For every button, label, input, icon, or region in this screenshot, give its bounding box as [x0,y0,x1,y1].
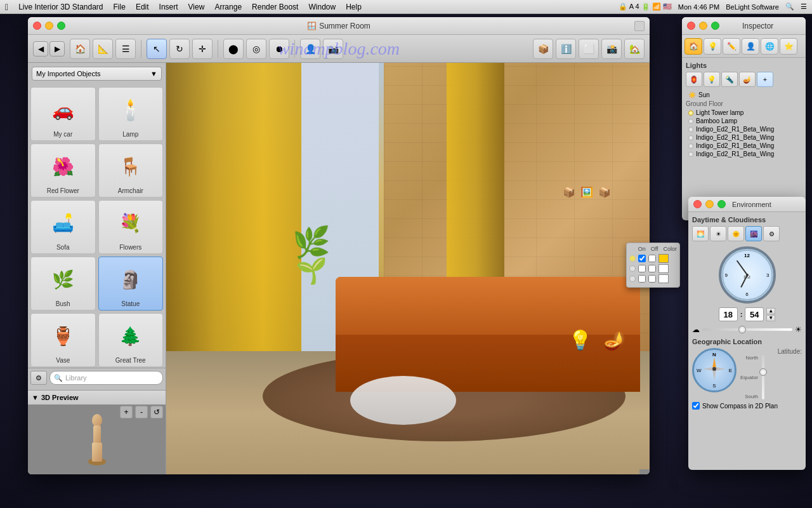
lp-on-check-2[interactable] [638,265,646,272]
light-indigo-3[interactable]: Indigo_Ed2_R1_Beta_Wing [686,142,802,150]
env-min[interactable] [705,200,714,208]
home-btn[interactable]: 🏡 [624,39,645,59]
app-name-menu[interactable]: Live Interior 3D Standard [18,3,103,11]
camera2-btn[interactable]: 📸 [601,39,622,59]
insp-edit-btn[interactable]: ✏️ [723,38,740,55]
minimize-button[interactable] [45,22,53,30]
3d-view-btn[interactable]: 📐 [93,39,113,59]
env-evening-btn[interactable]: 🌆 [745,226,762,241]
time-up-btn[interactable]: ▲ [766,308,775,314]
object-armchair[interactable]: 🪑 Armchair [98,144,164,197]
object-statue[interactable]: 🗿 Statue [98,257,164,311]
help-menu[interactable]: Help [346,3,362,11]
lp-on-check-3[interactable] [638,275,646,283]
lp-color-1[interactable] [658,254,669,263]
person-tool[interactable]: 👤 [300,39,320,59]
env-auto-btn[interactable]: ⚙ [763,226,780,241]
brightness-slider[interactable] [702,328,792,331]
compass[interactable]: N S E W [692,348,737,392]
library-dropdown[interactable]: My Imported Objects ▼ [32,67,162,81]
object-btn[interactable]: 📦 [533,39,553,59]
brightness-thumb[interactable] [738,326,746,333]
move-tool[interactable]: ✛ [192,39,213,59]
settings-btn[interactable]: ⚙ [30,371,47,385]
inspector-close[interactable] [687,22,695,30]
light-tube-btn[interactable]: 💡 [704,72,720,87]
maximize-button[interactable] [57,22,65,30]
object-flowers[interactable]: 💐 Flowers [98,200,164,254]
light-bamboo-lamp[interactable]: Bamboo Lamp [686,117,802,125]
scene-area[interactable]: 🌿 🌱 💡 🪔 📦🖼️📦 [166,63,650,474]
target-tool[interactable]: ◎ [246,39,266,59]
light-spot-btn[interactable]: 🔦 [721,72,738,87]
lp-on-check-1[interactable] [638,255,646,262]
circle-tool[interactable]: ⬤ [223,39,244,59]
zoom-in-btn[interactable]: + [120,406,133,418]
time-minutes-input[interactable] [745,307,764,321]
arrange-menu[interactable]: Arrange [214,3,242,11]
object-great-tree[interactable]: 🌲 Great Tree [98,313,164,367]
insp-home-btn[interactable]: 🏠 [684,38,702,55]
edit-menu[interactable]: Edit [136,3,149,11]
window-menu[interactable]: Window [308,3,336,11]
render-menu[interactable]: Render Boost [252,3,298,11]
view-menu[interactable]: View [188,3,205,11]
env-close[interactable] [693,200,702,208]
window-resize-btn[interactable] [634,21,645,31]
object-lamp[interactable]: 🕯️ Lamp [98,87,164,141]
light-indigo-1[interactable]: Indigo_Ed2_R1_Beta_Wing [686,125,802,133]
view2d-btn[interactable]: ⬜ [579,39,599,59]
object-my-car[interactable]: 🚗 My car [30,87,96,141]
lat-slider-thumb[interactable] [759,368,767,376]
light-add-btn[interactable]: 🏮 [686,72,702,87]
insp-globe-btn[interactable]: 🌐 [761,38,778,55]
env-dawn-btn[interactable]: 🌅 [692,226,709,241]
object-bush[interactable]: 🌿 Bush [30,257,96,311]
list-btn[interactable]: ☰ [115,39,136,59]
insp-star-btn[interactable]: ⭐ [780,38,797,55]
record-tool[interactable]: ⏺ [269,39,289,59]
time-hours-input[interactable] [719,307,738,321]
back-button[interactable]: ◀ [33,41,48,57]
camera-tool[interactable]: 📷 [323,39,343,59]
lp-color-3[interactable] [658,274,669,283]
show-compass-checkbox[interactable] [692,402,700,410]
inspector-max[interactable] [711,22,719,30]
light-sun[interactable]: ☀️ Sun [686,91,802,99]
close-button[interactable] [33,22,41,30]
lp-color-2[interactable] [658,264,669,273]
menu-extra-icon[interactable]: ☰ [801,3,807,11]
forward-button[interactable]: ▶ [49,41,65,57]
info-btn[interactable]: ℹ️ [556,39,576,59]
lat-slider-track[interactable] [762,355,764,399]
light-lamp-btn[interactable]: 🪔 [739,72,756,87]
lp-off-check-1[interactable] [648,255,656,262]
object-red-flower[interactable]: 🌺 Red Flower [30,144,96,197]
time-down-btn[interactable]: ▼ [766,315,775,321]
env-morning-btn[interactable]: ☀ [710,226,726,241]
env-noon-btn[interactable]: 🌞 [728,226,744,241]
light-indigo-4[interactable]: Indigo_Ed2_R1_Beta_Wing [686,150,802,158]
file-menu[interactable]: File [114,3,126,11]
lp-off-check-2[interactable] [648,265,656,272]
insert-menu[interactable]: Insert [159,3,178,11]
env-max[interactable] [717,200,726,208]
light-plus-btn[interactable]: + [757,72,773,87]
insp-bulb-btn[interactable]: 💡 [704,38,721,55]
object-vase[interactable]: 🏺 Vase [30,313,96,367]
search-icon[interactable]: 🔍 [785,3,794,11]
light-indigo-2[interactable]: Indigo_Ed2_R1_Beta_Wing [686,133,802,142]
insp-figure-btn[interactable]: 👤 [742,38,759,55]
apple-menu[interactable]:  [5,2,8,12]
rotate-tool[interactable]: ↻ [169,39,190,59]
scroll-handle[interactable] [639,469,650,474]
lp-off-check-3[interactable] [648,275,656,283]
refresh-btn[interactable]: ↺ [150,406,163,418]
select-tool[interactable]: ↖ [147,39,167,59]
preview-header[interactable]: ▼ 3D Preview [28,391,166,404]
zoom-out-btn[interactable]: - [135,406,148,418]
inspector-min[interactable] [699,22,707,30]
object-sofa[interactable]: 🛋️ Sofa [30,200,96,254]
light-tower-lamp[interactable]: Light Tower lamp [686,109,802,117]
floor-plan-btn[interactable]: 🏠 [70,39,90,59]
